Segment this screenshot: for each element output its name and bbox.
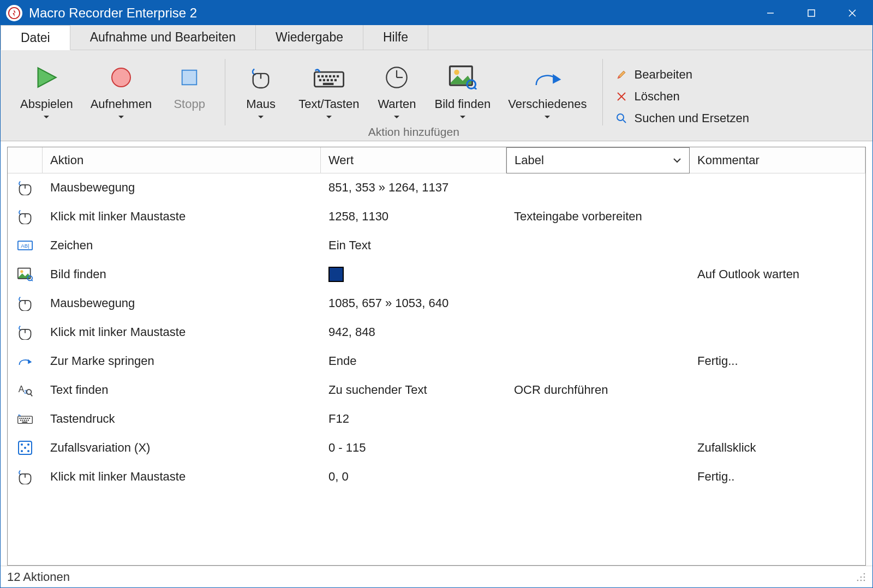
- cell-value: 0 - 115: [321, 441, 506, 455]
- chevron-down-icon[interactable]: [326, 112, 332, 122]
- mouse-icon: [8, 325, 43, 340]
- cell-value: Zu suchender Text: [321, 383, 506, 397]
- header-comment[interactable]: Kommentar: [690, 147, 865, 173]
- record-icon: [105, 61, 137, 94]
- clock-icon: [380, 61, 413, 94]
- header-value[interactable]: Wert: [321, 147, 506, 173]
- chevron-down-icon[interactable]: [118, 112, 124, 122]
- svg-point-48: [860, 579, 862, 581]
- tab-help[interactable]: Hilfe: [363, 25, 428, 50]
- image-thumbnail: [328, 267, 344, 282]
- add-text-keys-button[interactable]: Text/Tasten: [294, 58, 363, 123]
- cell-comment: Fertig..: [690, 470, 865, 484]
- table-row[interactable]: Zufallsvariation (X)0 - 115Zufallsklick: [8, 434, 865, 463]
- cell-action: Text finden: [43, 383, 321, 397]
- cell-value: [321, 267, 506, 282]
- resize-grip-icon[interactable]: [856, 572, 866, 582]
- header-label-dropdown[interactable]: Label: [506, 147, 690, 173]
- svg-point-45: [864, 576, 865, 578]
- chevron-down-icon[interactable]: [545, 112, 550, 122]
- pencil-icon: [615, 68, 628, 81]
- cell-comment: Auf Outlook warten: [690, 267, 865, 281]
- svg-point-46: [860, 576, 862, 578]
- record-button[interactable]: Aufnehmen: [86, 58, 157, 139]
- table-row[interactable]: Zur Marke springenEndeFertig...: [8, 347, 865, 376]
- cell-action: Mausbewegung: [43, 296, 321, 310]
- table-row[interactable]: Mausbewegung1085, 657 » 1053, 640: [8, 289, 865, 318]
- separator: [225, 59, 225, 125]
- table-row[interactable]: Klick mit linker Maustaste1258, 1130Text…: [8, 202, 865, 231]
- mouse-icon: [8, 180, 43, 195]
- table-row[interactable]: Klick mit linker Maustaste942, 848: [8, 318, 865, 347]
- side-actions: Bearbeiten Löschen Suchen und Ersetzen: [605, 55, 760, 139]
- chevron-down-icon[interactable]: [258, 112, 264, 122]
- grid-body[interactable]: Mausbewegung851, 353 » 1264, 1137Klick m…: [8, 173, 865, 565]
- window-title: Macro Recorder Enterprise 2: [29, 5, 750, 21]
- tab-record-edit[interactable]: Aufnahme und Bearbeiten: [70, 25, 256, 50]
- tab-file[interactable]: Datei: [1, 25, 70, 50]
- add-wait-button[interactable]: Warten: [372, 58, 421, 123]
- delete-action-button[interactable]: Löschen: [615, 89, 749, 104]
- stop-icon: [173, 61, 206, 94]
- add-misc-button[interactable]: Verschiedenes: [504, 58, 591, 123]
- cell-action: Zufallsvariation (X): [43, 441, 321, 455]
- add-mouse-button[interactable]: Maus: [236, 58, 285, 123]
- play-button[interactable]: Abspielen: [16, 58, 77, 139]
- header-action[interactable]: Aktion: [43, 147, 321, 173]
- dice-icon: [8, 440, 43, 455]
- table-row[interactable]: TastendruckF12: [8, 405, 865, 434]
- search-replace-button[interactable]: Suchen und Ersetzen: [615, 111, 749, 125]
- table-row[interactable]: Bild findenAuf Outlook warten: [8, 260, 865, 289]
- cell-value: 851, 353 » 1264, 1137: [321, 181, 506, 195]
- chevron-down-icon[interactable]: [394, 112, 399, 122]
- cell-value: Ende: [321, 354, 506, 368]
- cell-action: Bild finden: [43, 267, 321, 281]
- titlebar: Macro Recorder Enterprise 2: [1, 1, 872, 25]
- jump-icon: [8, 353, 43, 369]
- cell-value: 1258, 1130: [321, 209, 506, 224]
- svg-point-44: [864, 573, 865, 574]
- add-action-group: Maus Text/Tasten Warten Bild finden: [228, 55, 600, 139]
- grid-container: Aktion Wert Label Kommentar Mausbewegung…: [1, 141, 872, 566]
- chevron-down-icon: [673, 158, 681, 163]
- search-icon: [615, 112, 628, 125]
- add-find-image-button[interactable]: Bild finden: [430, 58, 495, 123]
- mouse-icon: [244, 61, 277, 94]
- maximize-button[interactable]: [791, 1, 832, 25]
- actions-grid: Aktion Wert Label Kommentar Mausbewegung…: [7, 147, 866, 566]
- statusbar: 12 Aktionen: [1, 566, 872, 587]
- table-row[interactable]: Mausbewegung851, 353 » 1264, 1137: [8, 173, 865, 202]
- keyboard-icon: [8, 411, 43, 427]
- header-icon[interactable]: [8, 147, 43, 173]
- cell-value: 942, 848: [321, 325, 506, 339]
- table-row[interactable]: Text findenZu suchender TextOCR durchfüh…: [8, 376, 865, 405]
- textfind-icon: [8, 382, 43, 398]
- cell-action: Klick mit linker Maustaste: [43, 209, 321, 224]
- mouse-icon: [8, 469, 43, 484]
- grid-header: Aktion Wert Label Kommentar: [8, 147, 865, 173]
- cell-value: Ein Text: [321, 238, 506, 253]
- separator: [602, 59, 603, 125]
- edit-action-button[interactable]: Bearbeiten: [615, 68, 749, 82]
- table-row[interactable]: Klick mit linker Maustaste0, 0Fertig..: [8, 463, 865, 491]
- cell-action: Tastendruck: [43, 412, 321, 426]
- playback-group: Abspielen Aufnehmen Stopp: [7, 55, 223, 139]
- cell-value: 0, 0: [321, 470, 506, 484]
- cell-label: OCR durchführen: [506, 383, 690, 397]
- minimize-button[interactable]: [750, 1, 791, 25]
- mouse-icon: [8, 296, 43, 311]
- cell-label: Texteingabe vorbereiten: [506, 209, 690, 224]
- cell-value: 1085, 657 » 1053, 640: [321, 296, 506, 310]
- cell-action: Zeichen: [43, 238, 321, 253]
- chevron-down-icon[interactable]: [44, 112, 49, 122]
- findimg-icon: [8, 267, 43, 282]
- cell-value: F12: [321, 412, 506, 426]
- app-window: Macro Recorder Enterprise 2 Datei Aufnah…: [0, 0, 873, 588]
- cell-action: Klick mit linker Maustaste: [43, 325, 321, 339]
- close-button[interactable]: [832, 1, 872, 25]
- table-row[interactable]: ZeichenEin Text: [8, 231, 865, 260]
- tab-playback[interactable]: Wiedergabe: [256, 25, 363, 50]
- cell-action: Mausbewegung: [43, 181, 321, 195]
- chevron-down-icon[interactable]: [460, 112, 465, 122]
- cell-comment: Zufallsklick: [690, 441, 865, 455]
